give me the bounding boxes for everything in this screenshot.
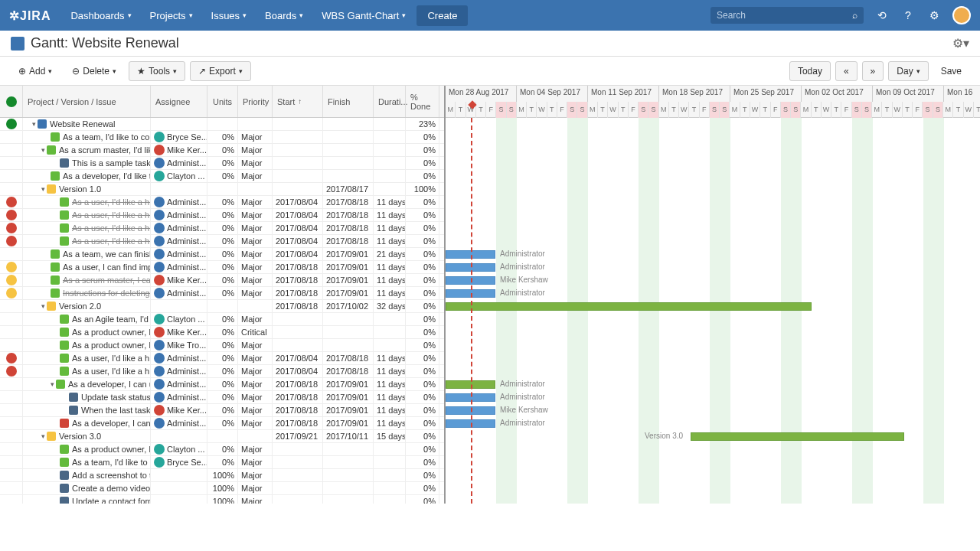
- search-input[interactable]: [717, 10, 852, 21]
- table-row[interactable]: ▾Version 3.02017/09/212017/10/1115 days0…: [0, 430, 444, 443]
- col-start[interactable]: Start↑: [273, 86, 323, 117]
- star-icon: ★: [137, 66, 145, 77]
- page-header: Gantt: Website Renewal ⚙▾: [0, 31, 980, 57]
- col-done[interactable]: % Done: [406, 86, 439, 117]
- table-row[interactable]: As a scrum master, I can s...Mike Ker...…: [0, 274, 444, 287]
- table-row[interactable]: As a user, I'd like a hist...Administ...…: [0, 235, 444, 248]
- help-icon[interactable]: ?: [900, 8, 916, 23]
- zoom-button[interactable]: Day▾: [888, 61, 928, 81]
- prev-button[interactable]: «: [835, 61, 858, 81]
- col-priority[interactable]: Priority: [238, 86, 273, 117]
- gantt-chart[interactable]: Mon 28 Aug 2017Mon 04 Sep 2017Mon 11 Sep…: [446, 86, 980, 504]
- table-row[interactable]: As an Agile team, I'd lik...Clayton ...0…: [0, 313, 444, 326]
- user-avatar[interactable]: [952, 6, 971, 24]
- delete-button[interactable]: ⊖Delete▾: [64, 62, 124, 80]
- table-row[interactable]: As a team, I'd like to es...Bryce Se...0…: [0, 456, 444, 469]
- nav-gantt[interactable]: WBS Gantt-Chart▾: [314, 5, 413, 26]
- create-button[interactable]: Create: [416, 5, 468, 26]
- table-row[interactable]: ▾Version 1.02017/08/17100%: [0, 183, 444, 196]
- col-status[interactable]: [0, 86, 23, 117]
- table-row[interactable]: Update task status ...Administ...0%Major…: [0, 391, 444, 404]
- today-line: [471, 118, 472, 504]
- table-row[interactable]: As a developer, I'd like to ...Clayton .…: [0, 170, 444, 183]
- feedback-icon[interactable]: ⟲: [874, 8, 890, 23]
- gantt-header: Mon 28 Aug 2017Mon 04 Sep 2017Mon 11 Sep…: [446, 86, 980, 118]
- content: Project / Version / Issue Assignee Units…: [0, 86, 980, 504]
- gantt-bar[interactable]: [446, 302, 812, 311]
- save-button[interactable]: Save: [933, 62, 969, 80]
- table-row[interactable]: ▾Version 2.02017/08/182017/10/0232 days0…: [0, 300, 444, 313]
- table-row[interactable]: As a user, I can find impor...Administ..…: [0, 261, 444, 274]
- table-row[interactable]: ▾As a scrum master, I'd like ...Mike Ker…: [0, 144, 444, 157]
- toolbar: ⊕Add▾ ⊖Delete▾ ★Tools▾ ↗Export▾ Today « …: [0, 57, 980, 86]
- table-row[interactable]: As a product owner, I'...Mike Ker...0%Cr…: [0, 326, 444, 339]
- col-finish[interactable]: Finish: [323, 86, 374, 117]
- table-row[interactable]: As a user, I'd like a hist...Administ...…: [0, 352, 444, 365]
- table-row[interactable]: Add a screenshot to th...100%Major0%: [0, 469, 444, 482]
- table-row[interactable]: ▾Website Renewal23%: [0, 118, 444, 131]
- plus-icon: ⊕: [18, 66, 26, 77]
- today-button[interactable]: Today: [789, 61, 831, 81]
- col-name[interactable]: Project / Version / Issue: [23, 86, 151, 117]
- table-row[interactable]: When the last task ...Mike Ker...0%Major…: [0, 404, 444, 417]
- table-row[interactable]: Update a contact form100%Major0%: [0, 495, 444, 504]
- nav-boards[interactable]: Boards▾: [257, 5, 311, 26]
- table-row[interactable]: As a product owner, I'...Mike Tro...0%Ma…: [0, 339, 444, 352]
- minus-icon: ⊖: [72, 66, 80, 77]
- search-box[interactable]: ⌕: [710, 7, 864, 24]
- gantt-settings-icon[interactable]: ⚙▾: [952, 36, 969, 51]
- gantt-body[interactable]: AdministratorAdministratorMike KershawAd…: [446, 118, 980, 504]
- caret-icon: ▾: [128, 11, 132, 19]
- gantt-bar[interactable]: [691, 432, 904, 441]
- table-row[interactable]: As a product owner, I'...Clayton ...0%Ma…: [0, 443, 444, 456]
- grid: Project / Version / Issue Assignee Units…: [0, 86, 446, 504]
- sort-asc-icon: ↑: [298, 97, 302, 106]
- export-button[interactable]: ↗Export▾: [190, 61, 251, 81]
- col-assignee[interactable]: Assignee: [151, 86, 207, 117]
- jira-logo: ✲JIRA: [9, 8, 51, 23]
- table-row[interactable]: As a team, we can finish t...Administ...…: [0, 248, 444, 261]
- table-row[interactable]: This is a sample task. T...Administ...0%…: [0, 157, 444, 170]
- nav-issues[interactable]: Issues▾: [204, 5, 255, 26]
- nav-dashboards[interactable]: Dashboards▾: [63, 5, 139, 26]
- settings-icon[interactable]: ⚙: [926, 8, 942, 23]
- table-row[interactable]: As a user, I'd like a hist...Administ...…: [0, 365, 444, 378]
- table-row[interactable]: As a user, I'd like a hist...Administ...…: [0, 209, 444, 222]
- grid-header: Project / Version / Issue Assignee Units…: [0, 86, 444, 118]
- page-title: Gantt: Website Renewal: [31, 35, 952, 51]
- top-nav: ✲JIRA Dashboards▾ Projects▾ Issues▾ Boar…: [0, 0, 980, 31]
- export-icon: ↗: [198, 66, 206, 77]
- search-icon: ⌕: [852, 10, 858, 21]
- next-button[interactable]: »: [862, 61, 884, 81]
- add-button[interactable]: ⊕Add▾: [11, 62, 60, 80]
- table-row[interactable]: As a team, I'd like to com...Bryce Se...…: [0, 131, 444, 144]
- nav-projects[interactable]: Projects▾: [142, 5, 201, 26]
- col-units[interactable]: Units: [207, 86, 238, 117]
- table-row[interactable]: ▾As a developer, I can u...Administ...0%…: [0, 378, 444, 391]
- table-row[interactable]: As a user, I'd like a hist...Administ...…: [0, 196, 444, 209]
- tools-button[interactable]: ★Tools▾: [129, 61, 185, 81]
- grid-body[interactable]: ▾Website Renewal23%As a team, I'd like t…: [0, 118, 444, 504]
- project-icon: [11, 37, 24, 51]
- table-row[interactable]: Instructions for deleting t...Administ..…: [0, 287, 444, 300]
- table-row[interactable]: Create a demo video100%Major0%: [0, 482, 444, 495]
- col-duration[interactable]: Durati...: [374, 86, 406, 117]
- table-row[interactable]: As a developer, I can u...Administ...0%M…: [0, 417, 444, 430]
- table-row[interactable]: As a user, I'd like a hist...Administ...…: [0, 222, 444, 235]
- nav-items: Dashboards▾ Projects▾ Issues▾ Boards▾ WB…: [63, 5, 710, 26]
